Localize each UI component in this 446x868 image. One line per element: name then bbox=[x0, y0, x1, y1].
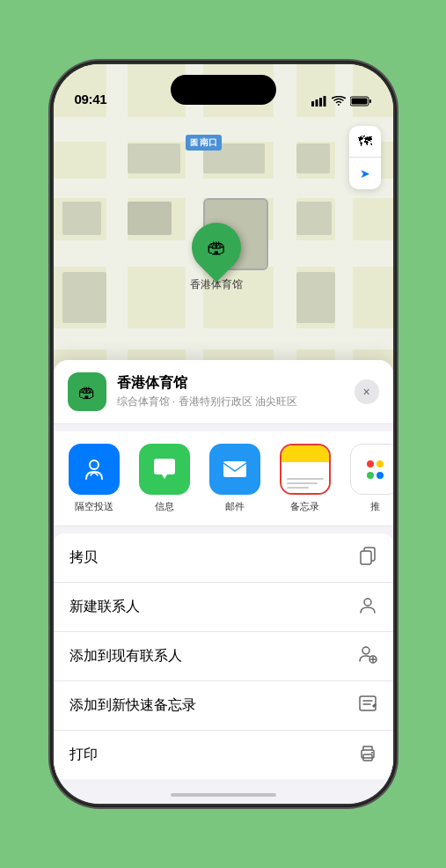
location-pin: 🏟 香港体育馆 bbox=[190, 223, 243, 292]
svg-rect-3 bbox=[323, 96, 325, 107]
home-indicator bbox=[171, 793, 276, 797]
venue-name: 香港体育馆 bbox=[117, 374, 344, 393]
print-icon bbox=[358, 743, 377, 767]
messages-label: 信息 bbox=[155, 500, 174, 513]
svg-rect-1 bbox=[315, 99, 318, 107]
mail-icon bbox=[209, 444, 260, 495]
status-time: 09:41 bbox=[75, 92, 107, 107]
battery-icon bbox=[350, 96, 372, 107]
share-actions-row: 隔空投送 信息 bbox=[54, 431, 393, 526]
airdrop-label: 隔空投送 bbox=[75, 500, 113, 513]
venue-icon: 🏟 bbox=[68, 372, 106, 411]
phone-screen: 09:41 bbox=[54, 64, 393, 804]
wifi-icon bbox=[332, 96, 346, 107]
print-label: 打印 bbox=[69, 746, 98, 764]
status-icons bbox=[311, 96, 372, 107]
share-more[interactable]: 推 bbox=[344, 444, 393, 513]
share-airdrop[interactable]: 隔空投送 bbox=[62, 444, 126, 513]
menu-item-new-contact[interactable]: 新建联系人 bbox=[54, 583, 393, 632]
new-contact-icon bbox=[358, 595, 377, 619]
map-location-button[interactable]: ➤ bbox=[349, 158, 381, 189]
new-contact-label: 新建联系人 bbox=[69, 598, 140, 616]
copy-label: 拷贝 bbox=[69, 548, 98, 567]
svg-rect-2 bbox=[319, 98, 322, 107]
mail-label: 邮件 bbox=[225, 500, 245, 513]
svg-rect-5 bbox=[369, 99, 371, 103]
more-icon bbox=[350, 444, 393, 495]
notes-label: 备忘录 bbox=[290, 500, 319, 513]
messages-icon bbox=[139, 444, 190, 495]
menu-item-copy[interactable]: 拷贝 bbox=[54, 533, 393, 583]
venue-desc: 综合体育馆 · 香港特别行政区 油尖旺区 bbox=[117, 394, 344, 409]
svg-rect-0 bbox=[311, 101, 314, 107]
svg-rect-8 bbox=[223, 461, 246, 477]
dynamic-island bbox=[171, 75, 276, 105]
venue-header: 🏟 香港体育馆 综合体育馆 · 香港特别行政区 油尖旺区 × bbox=[54, 360, 393, 424]
menu-item-add-contact[interactable]: 添加到现有联系人 bbox=[54, 632, 393, 681]
menu-item-quick-note[interactable]: 添加到新快速备忘录 bbox=[54, 681, 393, 731]
add-contact-label: 添加到现有联系人 bbox=[69, 647, 182, 666]
share-sheet: 🏟 香港体育馆 综合体育馆 · 香港特别行政区 油尖旺区 × bbox=[54, 360, 393, 804]
quick-note-icon bbox=[358, 694, 377, 717]
copy-icon bbox=[358, 546, 377, 570]
pin-icon: 🏟 bbox=[181, 212, 251, 282]
share-messages[interactable]: 信息 bbox=[133, 444, 196, 513]
menu-list: 拷贝 新建联系人 bbox=[54, 533, 393, 779]
svg-point-7 bbox=[90, 460, 99, 469]
svg-rect-6 bbox=[351, 99, 367, 105]
map-controls[interactable]: 🗺 ➤ bbox=[349, 126, 381, 189]
svg-point-11 bbox=[364, 599, 371, 606]
map-layers-button[interactable]: 🗺 bbox=[349, 126, 381, 158]
close-button[interactable]: × bbox=[355, 379, 379, 404]
quick-note-label: 添加到新快速备忘录 bbox=[69, 696, 196, 715]
add-contact-icon bbox=[358, 644, 377, 668]
svg-rect-10 bbox=[361, 551, 371, 564]
more-label: 推 bbox=[370, 500, 380, 513]
map-label: 圆南口 bbox=[186, 135, 222, 151]
svg-rect-16 bbox=[360, 696, 376, 710]
airdrop-icon bbox=[69, 444, 120, 495]
menu-item-print[interactable]: 打印 bbox=[54, 731, 393, 779]
notes-icon bbox=[280, 444, 331, 495]
svg-point-21 bbox=[371, 752, 373, 754]
signal-icon bbox=[311, 96, 327, 107]
phone-frame: 09:41 bbox=[52, 63, 395, 805]
svg-point-12 bbox=[362, 647, 369, 654]
share-mail[interactable]: 邮件 bbox=[203, 444, 267, 513]
venue-info: 香港体育馆 综合体育馆 · 香港特别行政区 油尖旺区 bbox=[117, 374, 344, 409]
share-notes[interactable]: 备忘录 bbox=[274, 444, 337, 513]
